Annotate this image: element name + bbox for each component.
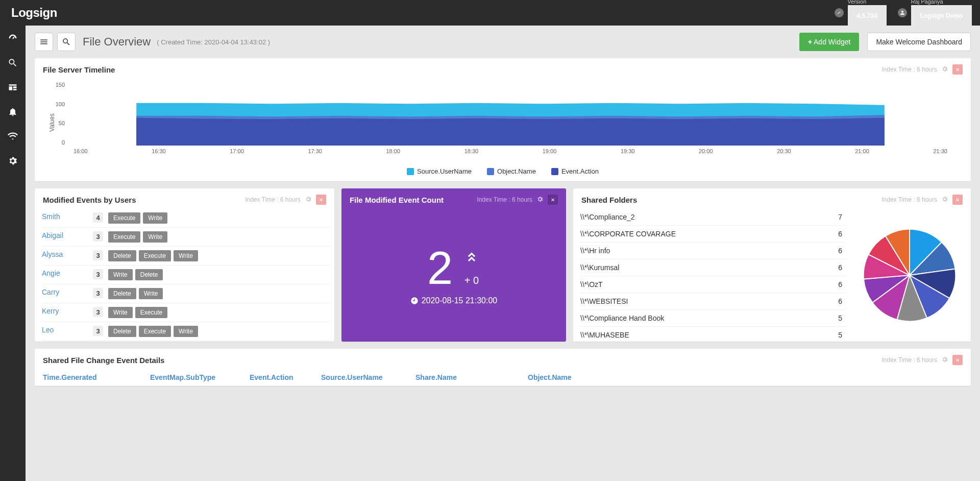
shared-folder-row[interactable]: \\*\Compliance Hand Book5 bbox=[580, 310, 846, 327]
timeline-chart[interactable]: Values 150100500 16:0016:3017:0017:3018:… bbox=[68, 82, 952, 163]
user-row: Angie3WriteDelete bbox=[42, 266, 330, 284]
user-name-link[interactable]: Leo bbox=[42, 326, 88, 334]
page-header: File Overview ( Created Time: 2020-04-04… bbox=[35, 33, 971, 51]
action-tag[interactable]: Write bbox=[139, 288, 163, 299]
user-count-badge: 3 bbox=[93, 288, 103, 298]
count-value: 2 bbox=[427, 245, 453, 291]
action-tag[interactable]: Write bbox=[108, 269, 133, 280]
user-count-badge: 3 bbox=[93, 250, 103, 260]
user-name-link[interactable]: Smith bbox=[42, 212, 88, 221]
search-button[interactable] bbox=[57, 33, 76, 51]
user-name-link[interactable]: Alyssa bbox=[42, 250, 88, 258]
shared-folder-row[interactable]: \\*\CORPORATE COVARAGE6 bbox=[580, 226, 846, 243]
logo: Logsign bbox=[0, 6, 68, 20]
table-column-header[interactable]: Share.Name bbox=[415, 373, 528, 381]
user-name-link[interactable]: Kerry bbox=[42, 307, 88, 315]
action-tag[interactable]: Delete bbox=[108, 326, 136, 337]
action-tag[interactable]: Execute bbox=[139, 326, 171, 337]
close-icon[interactable]: ✕ bbox=[952, 64, 963, 75]
details-panel: Shared File Change Event Details Index T… bbox=[35, 349, 971, 386]
user-name-link[interactable]: Abigail bbox=[42, 231, 88, 239]
table-column-header[interactable]: Time.Generated bbox=[43, 373, 150, 381]
add-widget-button[interactable]: + Add Widget bbox=[799, 33, 860, 51]
user-count-badge: 3 bbox=[93, 269, 103, 279]
topbar: Logsign Version 4.5.734 Raj Pagariya Log… bbox=[0, 0, 980, 26]
action-tag[interactable]: Execute bbox=[108, 212, 140, 224]
wifi-icon[interactable] bbox=[8, 131, 18, 143]
action-tag[interactable]: Execute bbox=[108, 231, 140, 243]
user-count-badge: 3 bbox=[93, 231, 103, 242]
alerts-icon[interactable] bbox=[8, 107, 18, 118]
shared-folder-row[interactable]: \\*\WEBSITESI6 bbox=[580, 293, 846, 310]
sidebar bbox=[0, 26, 26, 481]
table-column-header[interactable]: Source.UserName bbox=[321, 373, 415, 381]
users-panel: Modified Events by Users Index Time : 6 … bbox=[35, 188, 334, 342]
gear-icon[interactable] bbox=[536, 196, 544, 204]
table-column-header[interactable]: Event.Action bbox=[250, 373, 321, 381]
gear-icon[interactable] bbox=[305, 196, 312, 204]
index-time-label: Index Time : 6 hours bbox=[881, 66, 937, 73]
version-indicator: Version 4.5.734 bbox=[835, 0, 887, 27]
count-panel-title: File Modified Event Count bbox=[350, 196, 444, 204]
reports-icon[interactable] bbox=[8, 82, 18, 94]
timeline-panel: File Server Timeline Index Time : 6 hour… bbox=[35, 58, 971, 181]
user-row: Carry3DeleteWrite bbox=[42, 284, 330, 303]
timeline-legend: Source.UserNameObject.NameEvent.Action bbox=[43, 167, 963, 175]
shared-folders-list[interactable]: \\*\Compliance_27\\*\CORPORATE COVARAGE6… bbox=[573, 209, 848, 342]
action-tag[interactable]: Write bbox=[174, 326, 198, 337]
user-name-link[interactable]: Angie bbox=[42, 269, 88, 277]
action-tag[interactable]: Execute bbox=[135, 307, 167, 318]
action-tag[interactable]: Write bbox=[174, 250, 198, 261]
user-menu[interactable]: Raj Pagariya Logsign Demo bbox=[898, 0, 972, 27]
check-circle-icon bbox=[835, 8, 844, 17]
close-icon[interactable]: ✕ bbox=[316, 195, 326, 205]
close-icon[interactable]: ✕ bbox=[952, 195, 963, 205]
menu-toggle-button[interactable] bbox=[35, 33, 53, 51]
user-row: Abigail3ExecuteWrite bbox=[42, 228, 330, 247]
shared-panel: Shared Folders Index Time : 6 hours ✕ \\… bbox=[573, 188, 971, 342]
details-table-header: Time.GeneratedEventMap.SubTypeEvent.Acti… bbox=[35, 369, 971, 386]
shared-folder-row[interactable]: \\*\MUHASEBE5 bbox=[580, 327, 846, 342]
user-row: Smith4ExecuteWrite bbox=[42, 209, 330, 228]
user-row: Alyssa3DeleteExecuteWrite bbox=[42, 247, 330, 266]
action-tag[interactable]: Delete bbox=[108, 250, 136, 261]
timeline-title: File Server Timeline bbox=[43, 65, 115, 74]
main-content: File Overview ( Created Time: 2020-04-04… bbox=[26, 26, 980, 481]
shared-folder-row[interactable]: \\*\Hr info6 bbox=[580, 243, 846, 259]
shared-folders-pie[interactable] bbox=[848, 209, 971, 342]
search-icon[interactable] bbox=[8, 58, 18, 69]
legend-item[interactable]: Source.UserName bbox=[407, 167, 472, 175]
gear-icon[interactable] bbox=[941, 65, 948, 74]
user-name-link[interactable]: Carry bbox=[42, 288, 88, 296]
shared-folder-row[interactable]: \\*\OzT6 bbox=[580, 276, 846, 293]
action-tag[interactable]: Delete bbox=[135, 269, 163, 280]
dashboard-icon[interactable] bbox=[8, 33, 18, 45]
users-list[interactable]: Smith4ExecuteWriteAbigail3ExecuteWriteAl… bbox=[35, 209, 334, 342]
table-column-header[interactable]: EventMap.SubType bbox=[150, 373, 250, 381]
shared-folder-row[interactable]: \\*\Kurumsal6 bbox=[580, 259, 846, 276]
action-tag[interactable]: Write bbox=[143, 231, 167, 243]
users-panel-title: Modified Events by Users bbox=[43, 196, 136, 204]
count-delta: + 0 bbox=[464, 275, 479, 286]
settings-icon[interactable] bbox=[8, 156, 18, 167]
gear-icon[interactable] bbox=[941, 196, 948, 204]
chevron-up-icon bbox=[463, 250, 480, 272]
close-icon[interactable]: ✕ bbox=[548, 195, 558, 205]
action-tag[interactable]: Write bbox=[108, 307, 133, 318]
count-timestamp: 2020-08-15 21:30:00 bbox=[410, 296, 498, 305]
table-column-header[interactable]: Object.Name bbox=[528, 373, 963, 381]
action-tag[interactable]: Write bbox=[143, 212, 167, 224]
details-title: Shared File Change Event Details bbox=[43, 356, 164, 365]
shared-folder-row[interactable]: \\*\Compliance_27 bbox=[580, 209, 846, 226]
legend-item[interactable]: Object.Name bbox=[487, 167, 536, 175]
legend-item[interactable]: Event.Action bbox=[551, 167, 599, 175]
close-icon[interactable]: ✕ bbox=[952, 355, 963, 365]
user-count-badge: 3 bbox=[93, 326, 103, 336]
action-tag[interactable]: Execute bbox=[139, 250, 171, 261]
clock-icon bbox=[410, 297, 419, 305]
make-welcome-button[interactable]: Make Welcome Dashboard bbox=[867, 33, 971, 51]
user-avatar-icon bbox=[898, 8, 907, 17]
gear-icon[interactable] bbox=[941, 356, 948, 365]
page-subtitle: ( Created Time: 2020-04-04 13:43:02 ) bbox=[157, 38, 270, 46]
action-tag[interactable]: Delete bbox=[108, 288, 136, 299]
